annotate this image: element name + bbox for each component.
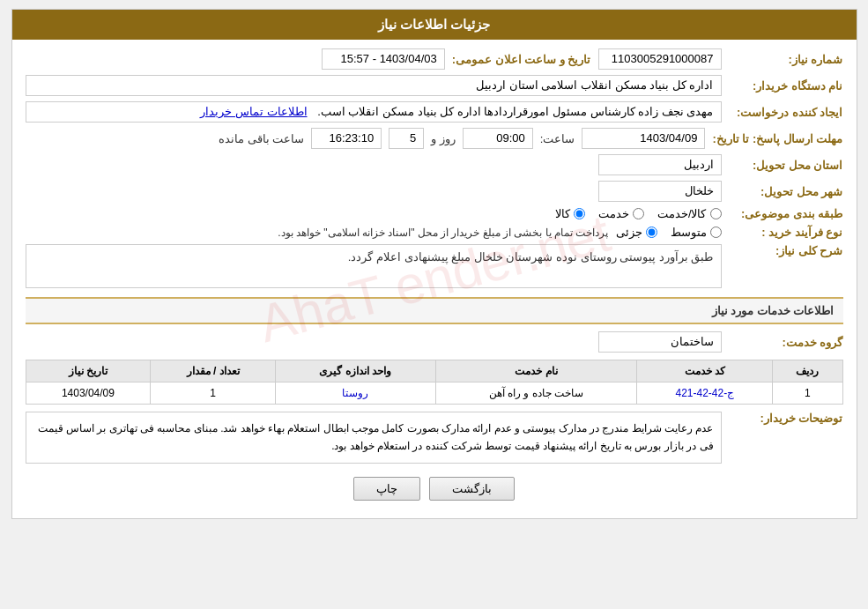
category-radio-group: کالا/خدمت خدمت کالا	[555, 207, 722, 220]
category-label: طبقه بندی موضوعی:	[729, 207, 843, 220]
main-content: AhaT ender.net شماره نیاز: 1103005291000…	[12, 40, 857, 518]
col-unit: واحد اندازه گیری	[276, 360, 436, 382]
buyer-notes-row: توضیحات خریدار: عدم رعایت شرایط مندرج در…	[26, 412, 843, 464]
deadline-remaining: 16:23:10	[311, 128, 382, 149]
purchase-option-label-1: جزئی	[616, 226, 642, 239]
page-title: جزئیات اطلاعات نیاز	[378, 17, 490, 32]
footer-buttons: بازگشت چاپ	[26, 477, 843, 501]
city-label: شهر محل تحویل:	[729, 185, 843, 198]
cell-row: 1	[773, 382, 842, 405]
announce-datetime-value: 1403/04/03 - 15:57	[322, 48, 445, 70]
need-number-value: 1103005291000087	[598, 48, 722, 70]
need-number-label: شماره نیاز:	[729, 53, 843, 66]
contact-link[interactable]: اطلاعات تماس خریدار	[200, 105, 307, 118]
buyer-name-value: اداره کل بنیاد مسکن انقلاب اسلامی استان …	[26, 75, 722, 96]
category-option-khadamat[interactable]: خدمت	[598, 207, 644, 220]
deadline-day-label: روز و	[431, 132, 456, 145]
province-label: استان محل تحویل:	[729, 159, 843, 172]
deadline-remaining-label: ساعت باقی مانده	[219, 132, 304, 145]
purchase-type-row: نوع فرآیند خرید : متوسط جزئی پرداخت تمام…	[26, 226, 843, 239]
description-value: طبق برآورد پیوستی روستای نوده شهرستان خل…	[26, 244, 722, 288]
table-header: ردیف کد خدمت نام خدمت واحد اندازه گیری ت…	[26, 360, 842, 382]
cell-quantity: 1	[151, 382, 276, 405]
creator-row: ایجاد کننده درخواست: مهدی نجف زاده کارشن…	[26, 101, 843, 123]
description-label: شرح کلی نیاز:	[729, 244, 843, 257]
province-value: اردبیل	[598, 154, 722, 175]
creator-label: ایجاد کننده درخواست:	[729, 106, 843, 119]
cell-code: ج-42-42-421	[637, 382, 773, 405]
category-option-label-2: خدمت	[598, 207, 629, 220]
category-option-kala-khadamat[interactable]: کالا/خدمت	[657, 207, 722, 220]
deadline-label: مهلت ارسال پاسخ: تا تاریخ:	[712, 132, 842, 145]
category-option-kala[interactable]: کالا	[555, 207, 585, 220]
deadline-days: 5	[389, 128, 424, 149]
services-table-section: ردیف کد خدمت نام خدمت واحد اندازه گیری ت…	[26, 360, 843, 405]
creator-value: مهدی نجف زاده کارشناس مسئول امورقرارداده…	[26, 101, 722, 123]
col-code: کد خدمت	[637, 360, 773, 382]
purchase-option-motavasset[interactable]: متوسط	[671, 226, 722, 239]
col-row: ردیف	[773, 360, 842, 382]
print-button[interactable]: چاپ	[353, 477, 420, 501]
service-group-row: گروه خدمت: ساختمان	[26, 331, 843, 353]
deadline-row: مهلت ارسال پاسخ: تا تاریخ: 1403/04/09 سا…	[26, 128, 843, 149]
description-section: شرح کلی نیاز: طبق برآورد پیوستی روستای ن…	[26, 244, 843, 288]
buyer-name-row: نام دستگاه خریدار: اداره کل بنیاد مسکن ا…	[26, 75, 843, 96]
cell-unit: روستا	[276, 382, 436, 405]
back-button[interactable]: بازگشت	[429, 477, 515, 501]
creator-text: مهدی نجف زاده کارشناس مسئول امورقرارداده…	[317, 105, 713, 118]
cell-date: 1403/04/09	[26, 382, 151, 405]
deadline-time-label: ساعت:	[540, 132, 575, 145]
col-quantity: تعداد / مقدار	[151, 360, 276, 382]
deadline-time: 09:00	[463, 128, 533, 149]
purchase-type-radio-group: متوسط جزئی	[616, 226, 722, 239]
buyer-notes-label: توضیحات خریدار:	[729, 412, 843, 425]
table-body: 1 ج-42-42-421 ساخت جاده و راه آهن روستا …	[26, 382, 842, 405]
services-section-title: اطلاعات خدمات مورد نیاز	[26, 297, 843, 324]
buyer-notes-value: عدم رعایت شرایط مندرج در مدارک پیوستی و …	[26, 412, 722, 464]
category-option-label-1: کالا	[555, 207, 570, 220]
cell-name: ساخت جاده و راه آهن	[435, 382, 637, 405]
service-group-label: گروه خدمت:	[729, 336, 843, 349]
services-table: ردیف کد خدمت نام خدمت واحد اندازه گیری ت…	[26, 360, 843, 405]
buyer-name-label: نام دستگاه خریدار:	[729, 79, 843, 93]
col-name: نام خدمت	[435, 360, 637, 382]
announce-datetime-label: تاریخ و ساعت اعلان عمومی:	[452, 53, 591, 66]
purchase-option-label-2: متوسط	[671, 226, 707, 239]
city-value: خلخال	[598, 181, 722, 202]
col-date: تاریخ نیاز	[26, 360, 151, 382]
purchase-note: پرداخت تمام یا بخشی از مبلغ خریدار از مح…	[26, 227, 609, 239]
category-row: طبقه بندی موضوعی: کالا/خدمت خدمت کالا	[26, 207, 843, 220]
category-option-label-3: کالا/خدمت	[657, 207, 707, 220]
purchase-option-jozii[interactable]: جزئی	[616, 226, 657, 239]
purchase-type-label: نوع فرآیند خرید :	[729, 226, 843, 239]
page-header: جزئیات اطلاعات نیاز	[12, 10, 857, 40]
service-group-value: ساختمان	[598, 331, 722, 353]
page-container: جزئیات اطلاعات نیاز AhaT ender.net شماره…	[11, 9, 857, 519]
table-row: 1 ج-42-42-421 ساخت جاده و راه آهن روستا …	[26, 382, 842, 405]
need-number-row: شماره نیاز: 1103005291000087 تاریخ و ساع…	[26, 48, 843, 70]
province-row: استان محل تحویل: اردبیل	[26, 154, 843, 175]
deadline-date: 1403/04/09	[582, 128, 705, 149]
city-row: شهر محل تحویل: خلخال	[26, 181, 843, 202]
